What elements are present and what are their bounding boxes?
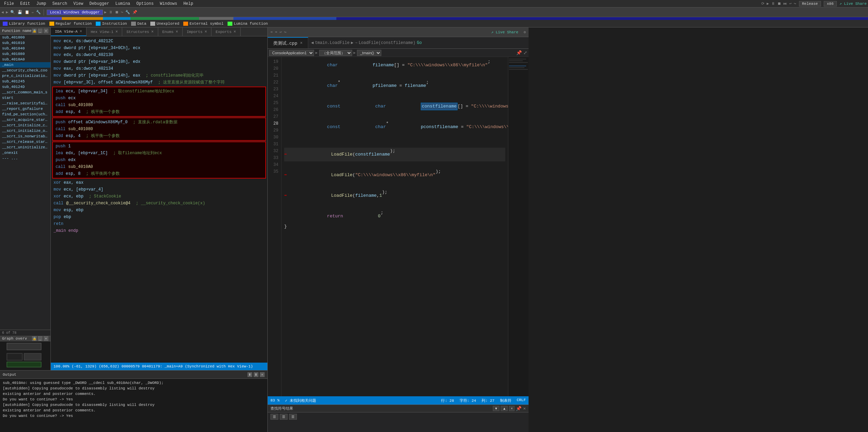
menu-options[interactable]: Options: [134, 1, 156, 7]
live-share-btn[interactable]: ↗ Live Share: [840, 1, 867, 6]
ida-code-view[interactable]: mov ecx, ds:dword_40212C mov dword ptr […: [51, 36, 267, 363]
panel-ctrl-min[interactable]: _: [38, 29, 43, 33]
line-num: 27: [269, 113, 278, 120]
function-item[interactable]: __scrt_acquire_startup: [0, 117, 50, 123]
scope-expand-btn[interactable]: ⤢: [523, 50, 527, 55]
tab-ida-view-a[interactable]: IDA View-A ×: [51, 27, 86, 36]
function-item[interactable]: __scrt_initialize_onexit: [0, 128, 50, 134]
symbol-search-btn-2[interactable]: ▲: [501, 406, 508, 411]
tab-close-imports[interactable]: ×: [205, 30, 207, 34]
debugger-select[interactable]: Local Windows debugger: [47, 10, 103, 15]
function-item[interactable]: sub_401080: [0, 51, 50, 57]
function-item[interactable]: --- ...: [0, 156, 50, 161]
menu-view[interactable]: View: [71, 1, 86, 7]
function-item[interactable]: start: [0, 95, 50, 101]
function-item[interactable]: __scrt_uninitialize_crt: [0, 145, 50, 150]
tab-close-structures[interactable]: ×: [151, 30, 153, 34]
nav-arrow-left[interactable]: ◀: [311, 40, 313, 45]
tab-close-enums[interactable]: ×: [176, 30, 178, 34]
code-content[interactable]: char filename[] = "C:\\\\windows\\x86\\m…: [281, 57, 508, 396]
asm-table-box2: push offset aCWindowsX86Myf_0 ; 直接从.rdat…: [54, 119, 264, 139]
menu-edit[interactable]: Edit: [18, 1, 33, 7]
search-clear[interactable]: ☰: [289, 414, 297, 420]
symbol-search-btn-3[interactable]: ×: [509, 406, 514, 411]
function-item[interactable]: __scrt_initialize_crt: [0, 123, 50, 128]
ida-tab-bar: IDA View-A × Hex View-1 × Structures ×: [51, 27, 267, 36]
function-item[interactable]: pre_c_initialization(void): [0, 73, 50, 79]
release-dropdown[interactable]: Release: [799, 1, 821, 7]
function-item[interactable]: sub_401040: [0, 46, 50, 51]
function-item[interactable]: sub_401010: [0, 40, 50, 46]
scope-pin-btn[interactable]: 📌: [516, 50, 522, 55]
function-item[interactable]: __security_check_coo: [0, 68, 50, 73]
tab-close-ida[interactable]: ×: [80, 29, 82, 34]
panel-ctrl-lock[interactable]: 🔒: [32, 29, 37, 33]
tab-enums[interactable]: Enums ×: [158, 27, 183, 36]
mnemonic: mov: [54, 73, 61, 78]
graph-ctrl-min[interactable]: _: [38, 336, 43, 341]
function-item[interactable]: __scrt_is_nonwritable_: [0, 134, 50, 139]
function-item[interactable]: __raise_securityfailure: [0, 101, 50, 106]
code-line-22: [284, 93, 505, 100]
vs-toolbar-icons[interactable]: ⟳ ▶ ⏸ ⏹ ⏭ ↩ ↪: [761, 1, 796, 6]
tab-imports[interactable]: Imports ×: [183, 27, 211, 36]
comment: ; 栈平衡两个参数: [86, 171, 120, 176]
operand: 1: [68, 144, 71, 149]
symbol-search-pin[interactable]: 📌: [516, 406, 522, 411]
svg-rect-3: [7, 362, 41, 367]
tab-exports[interactable]: Exports ×: [211, 27, 240, 36]
graph-ctrl-close[interactable]: ×: [44, 336, 48, 341]
vs-settings-icon[interactable]: ⚙: [523, 30, 526, 34]
menu-debugger[interactable]: Debugger: [86, 1, 112, 7]
function-item[interactable]: __scrt_common_main_s: [0, 90, 50, 95]
output-ctrl-close[interactable]: ×: [260, 372, 265, 377]
asm-row: push 1: [54, 143, 264, 150]
code-line-21: char* pfilename = filename;: [284, 79, 505, 93]
ida-toolbar: ◀ ▶ 🔍 💾 📋 ✏ 🔧 Local Windows debugger ▶ ⏸…: [0, 8, 868, 17]
function-select[interactable]: _tmain(): [357, 50, 381, 56]
menu-file[interactable]: File: [1, 1, 17, 7]
output-ctrl-2[interactable]: ⬇: [254, 372, 258, 377]
keyword: char: [327, 62, 338, 69]
function-item[interactable]: sub_4010A0: [0, 57, 50, 62]
graph-ctrl-lock[interactable]: 🔒: [32, 336, 37, 341]
menu-search[interactable]: Search: [49, 1, 70, 7]
function-item[interactable]: __report_gsfailure: [0, 106, 50, 112]
function-item[interactable]: find_pe_section(uchar *c: [0, 112, 50, 117]
scope-select[interactable]: （全局范围）: [319, 50, 352, 56]
nav-go[interactable]: Go: [417, 41, 422, 45]
legend-label-regular: Regular function: [56, 22, 92, 26]
tab-close-exports[interactable]: ×: [234, 30, 236, 34]
mnemonic: push: [56, 96, 66, 101]
nav-arrow-right[interactable]: ▶: [351, 40, 353, 45]
search-prev[interactable]: ☰: [270, 414, 278, 420]
menu-windows[interactable]: Windows: [157, 1, 180, 7]
toolbar-icons-right: ▶ ⏸ ⏹ ↪ 🔧 📌: [104, 10, 137, 14]
symbol-search-close[interactable]: ×: [523, 406, 526, 411]
arch-dropdown[interactable]: x86: [824, 1, 837, 7]
function-item-main[interactable]: _main: [0, 62, 50, 68]
function-item[interactable]: sub_401245: [0, 79, 50, 84]
menu-lumina[interactable]: Lumina: [113, 1, 133, 7]
symbol-search-btn-1[interactable]: ▼: [493, 406, 500, 411]
code-editor[interactable]: 19 20 21 22 23 24 25 26 27 28 29 30 31 3…: [268, 57, 529, 396]
search-next[interactable]: ☰: [280, 414, 288, 420]
function-item[interactable]: sub_401000: [0, 35, 50, 40]
project-select[interactable]: ConsoleApplication1: [269, 50, 314, 56]
tab-hex-view[interactable]: Hex View-1 ×: [86, 27, 122, 36]
tab-structures[interactable]: Structures ×: [122, 27, 158, 36]
live-share-button[interactable]: ↗ Live Share: [491, 30, 518, 34]
function-item[interactable]: _onexit: [0, 150, 50, 156]
function-name: LoadFile: [331, 172, 352, 179]
vs-tab-cpp[interactable]: 类测试.cpp ×: [268, 37, 308, 48]
output-ctrl-1[interactable]: ⬆: [247, 372, 252, 377]
menu-help[interactable]: Help: [181, 1, 196, 7]
function-item[interactable]: sub_40124D: [0, 84, 50, 90]
tab-close-hex[interactable]: ×: [115, 30, 118, 34]
menu-jump[interactable]: Jump: [34, 1, 49, 7]
output-line: Do you want to continue? -> Yes: [3, 413, 265, 419]
function-item[interactable]: __scrt_release_startup: [0, 139, 50, 145]
panel-ctrl-close[interactable]: ×: [44, 29, 48, 33]
line-num: 28: [269, 120, 278, 127]
vs-tab-close-cpp[interactable]: ×: [300, 41, 302, 46]
